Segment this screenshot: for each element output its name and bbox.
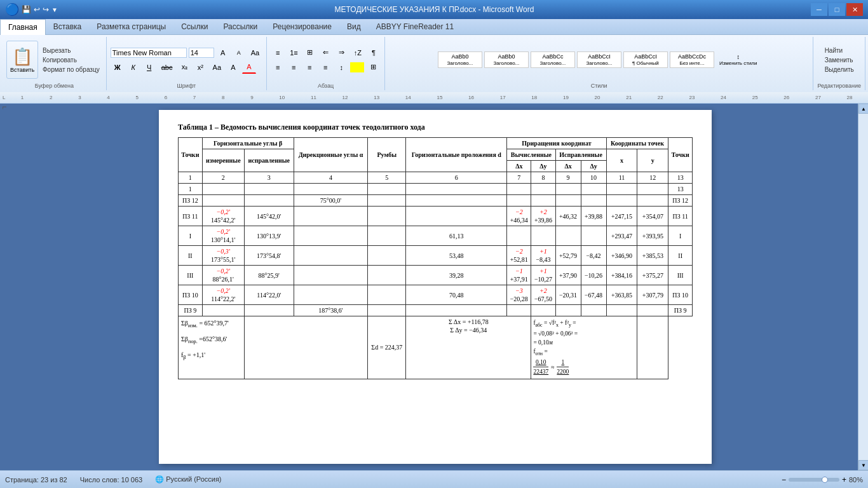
decrease-indent-button[interactable]: ⇐	[319, 46, 333, 59]
style-heading1[interactable]: AaBb0Заголово...	[438, 51, 482, 68]
copy-button[interactable]: Копировать	[40, 56, 102, 64]
scroll-down-button[interactable]: ▼	[858, 460, 868, 470]
main-area: L Таблица 1 – Ведомость вычисления коорд…	[0, 104, 868, 470]
styles-group: AaBb0Заголово... AaBb0Заголово... AaBbCc…	[385, 37, 814, 90]
cell-dx-c: −2+46,34	[507, 207, 531, 226]
maximize-button[interactable]: □	[829, 3, 845, 16]
quick-access-redo[interactable]: ↪	[43, 5, 49, 14]
sort-button[interactable]: ↑Z	[351, 46, 365, 59]
cell-x: +346,90	[606, 246, 637, 266]
subscript-button[interactable]: x₂	[177, 61, 191, 74]
scroll-up-button[interactable]: ▲	[858, 104, 868, 114]
underline-button[interactable]: Ч	[142, 61, 156, 74]
change-case-button[interactable]: Aa	[248, 46, 262, 59]
quick-access-undo[interactable]: ↩	[34, 5, 40, 14]
numbering-button[interactable]: 1≡	[287, 46, 301, 59]
doc-area[interactable]: Таблица 1 – Ведомость вычисления координ…	[13, 104, 858, 470]
right-scrollbar[interactable]: ▲ ▼	[858, 104, 868, 470]
cell-point2: ПЗ 10	[668, 285, 693, 305]
text-effects-button[interactable]: Аа	[209, 61, 224, 74]
style-heading2[interactable]: AaBb0Заголово...	[484, 51, 529, 68]
close-button[interactable]: ✕	[846, 3, 863, 16]
increase-indent-button[interactable]: ⇒	[335, 46, 349, 59]
ruler-numbers: 12345 678910 1112131415 1617181920 21222…	[8, 95, 865, 100]
find-button[interactable]: Найти	[822, 46, 857, 55]
header-dy-calc: Δy	[531, 161, 555, 172]
bold-button[interactable]: Ж	[111, 61, 125, 74]
justify-button[interactable]: ≡	[318, 61, 332, 74]
clipboard-group: 📋 Вставить Вырезать Копировать Формат по…	[3, 37, 107, 90]
main-table: Точки Горизонтальные углы β Дирекционные…	[178, 137, 693, 379]
strikethrough-button[interactable]: abc	[158, 61, 176, 74]
style-heading4[interactable]: AaBbCcIЗаголово...	[577, 51, 621, 68]
font-grow-button[interactable]: A	[216, 46, 230, 59]
borders-button[interactable]: ⊞	[366, 61, 380, 74]
quick-access-down[interactable]: ▼	[51, 6, 58, 13]
cell-y: +393,95	[637, 226, 668, 246]
tab-home[interactable]: Главная	[0, 19, 46, 35]
font-group-label: Шрифт	[177, 81, 196, 89]
format-painter-button[interactable]: Формат по образцу	[40, 65, 102, 74]
cell-corr: 114°22,0'	[244, 285, 294, 305]
scroll-track[interactable]	[858, 114, 868, 460]
cell-horiz	[406, 207, 507, 226]
cut-button[interactable]: Вырезать	[40, 46, 102, 55]
col-num-1: 1	[179, 172, 203, 184]
cell-meas: −0,2'88°26,1'	[202, 266, 244, 285]
cell-dx-i: +46,32	[555, 207, 581, 226]
tab-references[interactable]: Ссылки	[173, 19, 215, 34]
zoom-out-button[interactable]: −	[782, 475, 786, 484]
font-color-button[interactable]: А	[242, 61, 256, 74]
edit-group-label: Редактирование	[817, 81, 861, 89]
cell-dy-i	[581, 226, 606, 246]
cell-dx-c	[507, 195, 531, 207]
cell-point2: 13	[668, 184, 693, 195]
tab-review[interactable]: Рецензирование	[265, 19, 339, 34]
zoom-in-button[interactable]: +	[842, 475, 846, 484]
cell-rumby	[368, 285, 406, 305]
status-bar: Страница: 23 из 82 Число слов: 10 063 🌐 …	[0, 470, 868, 488]
highlight-button[interactable]: A	[226, 61, 240, 74]
multilevel-button[interactable]: ⊞	[303, 46, 317, 59]
style-heading3[interactable]: AaBbCcЗаголово...	[531, 51, 575, 68]
paragraph-group: ≡ 1≡ ⊞ ⇐ ⇒ ↑Z ¶ ≡ ≡ ≡ ≡ ↕ ⊞	[267, 37, 385, 90]
font-shrink-button[interactable]: A	[232, 46, 246, 59]
select-button[interactable]: Выделить	[822, 65, 857, 74]
cell-y	[637, 195, 668, 207]
tab-view[interactable]: Вид	[339, 19, 369, 34]
col-num-11: 11	[606, 172, 637, 184]
quick-access-save[interactable]: 💾	[22, 5, 31, 14]
ribbon-content: 📋 Вставить Вырезать Копировать Формат по…	[0, 35, 868, 92]
tab-mailings[interactable]: Рассылки	[215, 19, 265, 34]
line-spacing-button[interactable]: ↕	[334, 61, 348, 74]
align-right-button[interactable]: ≡	[302, 61, 316, 74]
font-size-input[interactable]	[189, 48, 214, 58]
show-marks-button[interactable]: ¶	[367, 46, 381, 59]
align-left-button[interactable]: ≡	[271, 61, 285, 74]
zoom-slider[interactable]	[789, 478, 839, 482]
shading-button[interactable]	[350, 62, 364, 72]
align-center-button[interactable]: ≡	[287, 61, 301, 74]
cell-point: ПЗ 12	[179, 195, 203, 207]
tab-abbyy[interactable]: ABBYY FineReader 11	[369, 19, 462, 34]
header-measured: измеренные	[202, 149, 244, 172]
superscript-button[interactable]: x²	[193, 61, 207, 74]
table-row: II −0,3'173°55,1' 173°54,8' 53,48 −2+52,…	[179, 246, 693, 266]
cell-dy-i	[581, 305, 606, 316]
tab-page-layout[interactable]: Разметка страницы	[89, 19, 173, 34]
paste-button[interactable]: 📋 Вставить	[6, 41, 38, 79]
cell-meas	[202, 184, 244, 195]
italic-button[interactable]: К	[126, 61, 140, 74]
cell-dx-c	[507, 184, 531, 195]
change-styles-button[interactable]: ↕Изменить стили	[716, 51, 761, 68]
minimize-button[interactable]: ─	[811, 3, 827, 16]
font-name-input[interactable]	[111, 48, 187, 58]
bullets-button[interactable]: ≡	[271, 46, 285, 59]
ribbon-tabs: Главная Вставка Разметка страницы Ссылки…	[0, 19, 868, 35]
replace-button[interactable]: Заменить	[822, 56, 857, 64]
col-num-8: 8	[531, 172, 555, 184]
style-normal[interactable]: AaBbCcI¶ Обычный	[623, 51, 668, 68]
cell-dx-i	[555, 184, 581, 195]
tab-insert[interactable]: Вставка	[46, 19, 90, 34]
style-no-spacing[interactable]: AaBbCcDcБез инте...	[670, 51, 714, 68]
